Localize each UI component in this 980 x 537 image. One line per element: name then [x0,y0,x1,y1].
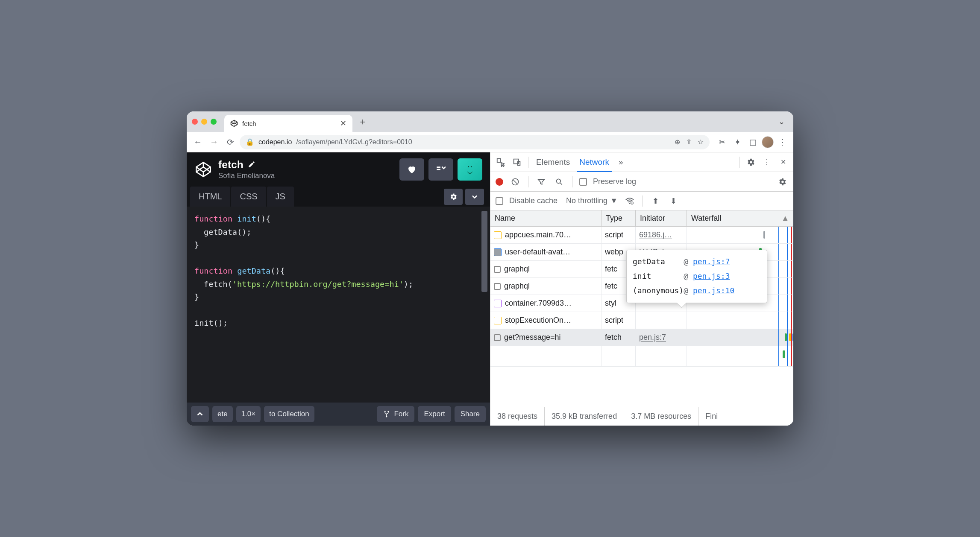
share-button[interactable]: Share [455,406,486,422]
stack-frame: getData@ pen.js:7 [633,254,734,269]
export-button[interactable]: Export [418,406,451,422]
svg-point-2 [386,416,387,417]
tabs-dropdown-button[interactable]: ⌄ [775,117,788,126]
throttling-dropdown[interactable]: No throttling▼ [566,196,618,205]
fork-button[interactable]: Fork [377,406,414,422]
tab-css[interactable]: CSS [231,187,266,207]
url-host: codepen.io [258,138,292,146]
preserve-log-label: Preserve log [593,177,636,186]
pen-title: fetch [218,159,244,171]
editor-scrollbar[interactable] [481,211,487,292]
codepen-logo-icon[interactable] [194,161,212,178]
table-row-empty [490,346,793,367]
stack-frame: (anonymous)@ pen.js:10 [633,283,734,298]
svg-point-6 [631,201,634,204]
browser-menu-button[interactable]: ⋮ [776,136,789,149]
browser-window: fetch ✕ ＋ ⌄ ← → ⟳ 🔒 codepen.io/sofiayem/… [187,111,793,426]
window-controls [192,119,217,125]
minimize-window-button[interactable] [201,119,207,125]
code-editor[interactable]: function init(){ getData(); } function g… [187,207,490,403]
maximize-window-button[interactable] [211,119,217,125]
url-path: /sofiayem/pen/LYdGvLg?editors=0010 [296,138,412,146]
page-content: fetch Sofia Emelianova [187,152,793,426]
status-resources: 3.7 MB resources [624,407,698,426]
svg-point-4 [556,179,560,183]
scissors-icon[interactable]: ✂︎ [716,136,728,149]
url-input[interactable]: 🔒 codepen.io/sofiayem/pen/LYdGvLg?editor… [240,135,710,149]
devtools-menu-icon[interactable]: ⋮ [761,156,773,168]
devtools-close-icon[interactable]: ✕ [777,156,789,168]
network-settings-icon[interactable] [776,176,788,188]
editor-settings-button[interactable] [444,189,463,205]
devtools-panel: Elements Network » ⋮ ✕ Preserve log [490,152,793,426]
initiator-stack-tooltip: getData@ pen.js:7 init@ pen.js:3 (anonym… [626,250,767,303]
devtools-settings-icon[interactable] [745,156,757,168]
tab-network[interactable]: Network [577,158,612,172]
network-toolbar: Preserve log [490,172,793,192]
disable-cache-checkbox[interactable] [496,197,503,205]
tabstrip: fetch ✕ ＋ ⌄ [187,111,793,132]
stack-link[interactable]: pen.js:3 [693,271,730,280]
extensions-icon[interactable]: ✦ [731,136,744,149]
search-icon[interactable] [553,176,565,188]
close-window-button[interactable] [192,119,198,125]
network-toolbar-2: Disable cache No throttling▼ ⬆ ⬇ [490,192,793,210]
close-tab-button[interactable]: ✕ [340,119,346,128]
edit-title-icon[interactable] [248,159,255,171]
devtools-top-bar: Elements Network » ⋮ ✕ [490,152,793,172]
new-tab-button[interactable]: ＋ [356,115,370,128]
footer-fragment[interactable]: ete [212,406,233,422]
svg-point-0 [384,411,386,412]
col-name-header[interactable]: Name [490,210,601,226]
stack-link[interactable]: pen.js:7 [693,257,730,266]
tab-js[interactable]: JS [267,187,294,207]
forward-button[interactable]: → [207,135,221,149]
network-status-bar: 38 requests 35.9 kB transferred 3.7 MB r… [490,407,793,426]
svg-point-1 [388,411,389,412]
clear-button[interactable] [509,176,521,188]
user-avatar-button[interactable] [458,158,482,181]
table-row[interactable]: appcues.main.70…script69186.j… [490,227,793,244]
status-requests: 38 requests [490,407,545,426]
col-initiator-header[interactable]: Initiator [636,210,687,226]
network-conditions-icon[interactable] [624,195,636,207]
status-finish: Fini [698,407,725,426]
profile-avatar[interactable] [762,136,774,148]
tab-html[interactable]: HTML [190,187,230,207]
upload-har-icon[interactable]: ⬆ [650,195,662,207]
table-row[interactable]: get?message=hifetchpen.js:7 [490,329,793,346]
inspect-icon[interactable] [495,156,507,168]
record-button[interactable] [496,178,503,186]
device-toggle-icon[interactable] [511,156,523,168]
sidepanel-icon[interactable]: ◫ [746,136,759,149]
bookmark-icon[interactable]: ☆ [698,138,704,146]
tab-more[interactable]: » [616,158,626,167]
console-toggle-button[interactable] [191,406,209,422]
filter-icon[interactable] [535,176,547,188]
download-har-icon[interactable]: ⬇ [668,195,680,207]
codepen-header: fetch Sofia Emelianova [187,152,490,187]
stack-frame: init@ pen.js:3 [633,269,734,283]
reload-button[interactable]: ⟳ [223,135,237,149]
layout-button[interactable] [428,158,453,181]
tab-elements[interactable]: Elements [534,158,572,167]
codepen-panel: fetch Sofia Emelianova [187,152,490,426]
zoom-icon[interactable]: ⊕ [675,138,680,146]
browser-tab[interactable]: fetch ✕ [224,115,352,132]
svg-point-5 [629,203,631,204]
zoom-level[interactable]: 1.0× [236,406,261,422]
col-type-header[interactable]: Type [601,210,636,226]
table-row[interactable]: stopExecutionOn…script [490,312,793,329]
share-page-icon[interactable]: ⇧ [686,138,692,146]
editor-tabs: HTML CSS JS [187,187,490,207]
editor-expand-button[interactable] [465,189,484,205]
stack-link[interactable]: pen.js:10 [693,286,735,295]
network-table-header: Name Type Initiator Waterfall▲ [490,210,793,227]
back-button[interactable]: ← [191,135,205,149]
codepen-icon [230,120,238,127]
to-collection-button[interactable]: to Collection [264,406,314,422]
col-waterfall-header[interactable]: Waterfall▲ [687,210,793,226]
disable-cache-label: Disable cache [509,196,557,205]
heart-button[interactable] [399,158,424,181]
preserve-log-checkbox[interactable] [579,178,587,186]
